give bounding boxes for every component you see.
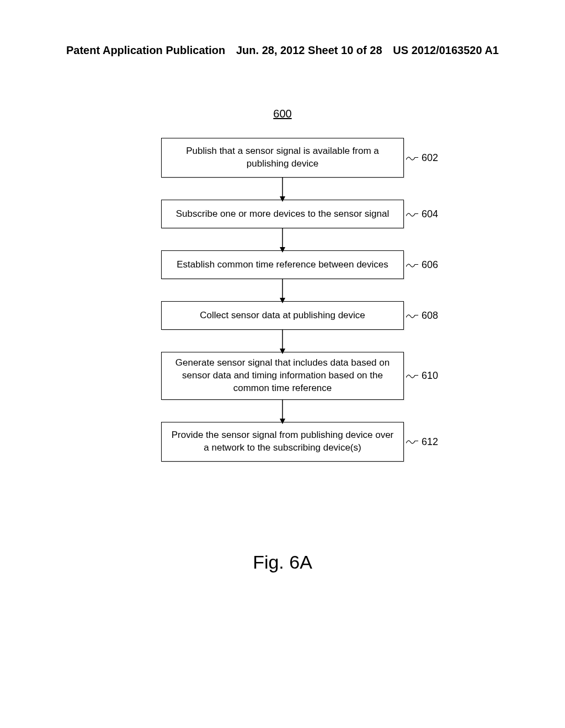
step-text: Subscribe one or more devices to the sen… bbox=[176, 208, 389, 221]
page-header: Patent Application Publication Jun. 28, … bbox=[0, 44, 565, 57]
step-box: Generate sensor signal that includes dat… bbox=[161, 352, 404, 400]
step-label: 610 bbox=[406, 370, 438, 382]
flowchart-arrow bbox=[282, 228, 283, 250]
step-label-text: 610 bbox=[422, 370, 438, 382]
step-label-text: 608 bbox=[422, 310, 438, 322]
squiggle-connector-icon bbox=[406, 372, 418, 379]
flowchart-step: Publish that a sensor signal is availabl… bbox=[161, 138, 404, 178]
flowchart-arrow bbox=[282, 279, 283, 301]
arrow-down-icon bbox=[278, 279, 287, 303]
step-text: Establish common time reference between … bbox=[177, 259, 388, 271]
step-box: Establish common time reference between … bbox=[161, 250, 404, 279]
step-box: Collect sensor data at publishing device bbox=[161, 301, 404, 330]
arrow-down-icon bbox=[278, 400, 287, 424]
squiggle-connector-icon bbox=[406, 261, 418, 269]
squiggle-connector-icon bbox=[406, 210, 418, 218]
step-label: 604 bbox=[406, 208, 438, 220]
step-label: 602 bbox=[406, 152, 438, 164]
step-label: 606 bbox=[406, 259, 438, 271]
flowchart-step: Generate sensor signal that includes dat… bbox=[161, 352, 404, 400]
step-text: Collect sensor data at publishing device bbox=[200, 309, 365, 322]
header-date-sheet: Jun. 28, 2012 Sheet 10 of 28 bbox=[236, 44, 382, 57]
step-label-text: 606 bbox=[422, 259, 438, 271]
flowchart-step: Collect sensor data at publishing device… bbox=[161, 301, 404, 330]
arrow-down-icon bbox=[278, 178, 287, 202]
step-text: Publish that a sensor signal is availabl… bbox=[169, 145, 396, 170]
squiggle-connector-icon bbox=[406, 154, 418, 162]
figure-reference-number: 600 bbox=[273, 108, 291, 120]
flowchart-step: Provide the sensor signal from publishin… bbox=[161, 422, 404, 462]
step-text: Provide the sensor signal from publishin… bbox=[169, 429, 396, 454]
step-label-text: 612 bbox=[422, 436, 438, 447]
step-label-text: 602 bbox=[422, 152, 438, 164]
step-label-text: 604 bbox=[422, 208, 438, 220]
squiggle-connector-icon bbox=[406, 312, 418, 319]
step-label: 608 bbox=[406, 310, 438, 322]
flowchart-arrow bbox=[282, 330, 283, 352]
step-box: Provide the sensor signal from publishin… bbox=[161, 422, 404, 462]
header-publication-number: US 2012/0163520 A1 bbox=[393, 44, 499, 57]
step-box: Publish that a sensor signal is availabl… bbox=[161, 138, 404, 178]
header-publication-type: Patent Application Publication bbox=[66, 44, 225, 57]
flowchart-step: Establish common time reference between … bbox=[161, 250, 404, 279]
flowchart-arrow bbox=[282, 400, 283, 422]
step-box: Subscribe one or more devices to the sen… bbox=[161, 200, 404, 228]
step-label: 612 bbox=[406, 436, 438, 447]
arrow-down-icon bbox=[278, 228, 287, 253]
step-text: Generate sensor signal that includes dat… bbox=[169, 357, 396, 395]
arrow-down-icon bbox=[278, 330, 287, 354]
flowchart-arrow bbox=[282, 178, 283, 200]
squiggle-connector-icon bbox=[406, 438, 418, 446]
flowchart-step: Subscribe one or more devices to the sen… bbox=[161, 200, 404, 228]
flowchart-container: Publish that a sensor signal is availabl… bbox=[128, 138, 437, 462]
figure-caption: Fig. 6A bbox=[253, 552, 312, 573]
